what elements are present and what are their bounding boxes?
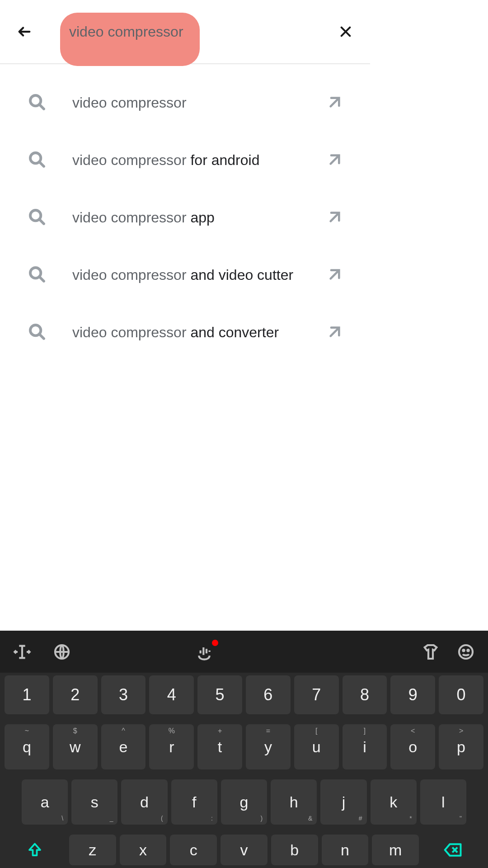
search-icon: [28, 323, 46, 343]
suggestion-label: video compressor app: [72, 209, 215, 226]
back-button[interactable]: [14, 21, 35, 42]
insert-arrow-icon[interactable]: [328, 95, 342, 111]
suggestion-label: video compressor for android: [72, 152, 259, 169]
insert-arrow-icon[interactable]: [328, 325, 342, 341]
search-icon: [28, 265, 46, 285]
search-input[interactable]: video compressor: [69, 24, 183, 40]
suggestion-label: video compressor and video cutter: [72, 267, 293, 283]
search-icon: [28, 208, 46, 228]
keyboard-toolbar: [0, 631, 370, 658]
close-icon: [338, 24, 353, 39]
suggestion-item[interactable]: video compressor: [0, 74, 370, 132]
arrow-left-icon: [17, 24, 32, 39]
cursor-tool-icon[interactable]: [12, 642, 33, 659]
notification-dot-icon: [212, 640, 218, 646]
globe-icon[interactable]: [52, 642, 72, 659]
suggestion-label: video compressor and converter: [72, 324, 279, 341]
insert-arrow-icon[interactable]: [328, 152, 342, 169]
suggestion-item[interactable]: video compressor app: [0, 189, 370, 246]
search-icon: [28, 151, 46, 170]
search-bar: video compressor: [0, 0, 370, 64]
suggestion-item[interactable]: video compressor and converter: [0, 304, 370, 361]
suggestion-item[interactable]: video compressor for android: [0, 132, 370, 189]
voice-input-icon[interactable]: [194, 642, 215, 659]
search-icon: [28, 93, 46, 113]
suggestion-item[interactable]: video compressor and video cutter: [0, 246, 370, 304]
insert-arrow-icon[interactable]: [328, 210, 342, 226]
clear-button[interactable]: [335, 21, 357, 42]
insert-arrow-icon[interactable]: [328, 267, 342, 283]
suggestions-list: video compressor video compressor for an…: [0, 64, 370, 361]
keyboard: 1 2 3 4 5 6 7 8 9 0 ~q $w ^e %r +t =y [u…: [0, 631, 370, 658]
suggestion-label: video compressor: [72, 94, 187, 111]
